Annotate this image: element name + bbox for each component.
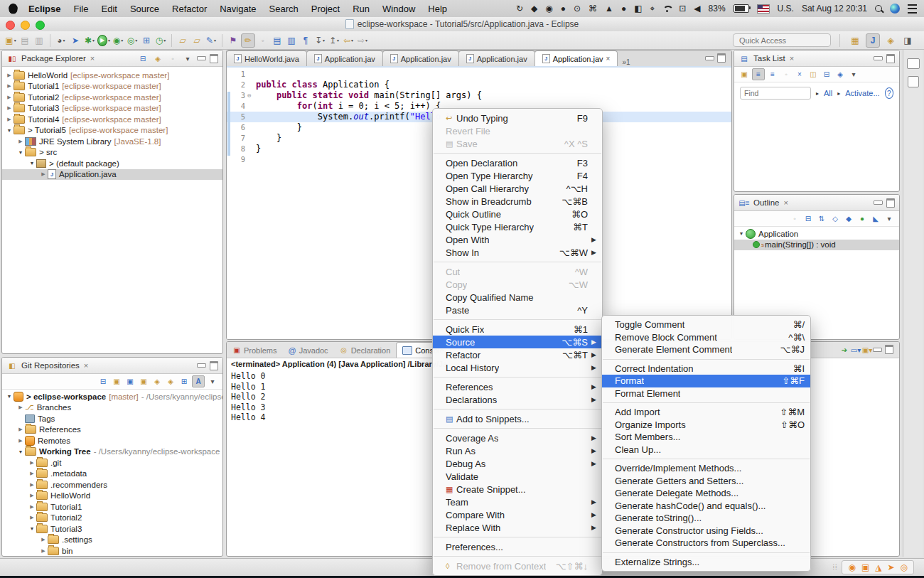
tab-overflow-indicator[interactable]: »1: [618, 58, 634, 66]
git-item-dot-git[interactable]: ▶.git: [2, 457, 222, 469]
menu-item-compare-with[interactable]: Compare With▶: [433, 508, 602, 521]
git-item-repo[interactable]: ▼> eclipse-workspace[master]- /Users/kya…: [2, 391, 222, 402]
command-status-icon[interactable]: ⌘: [589, 4, 597, 13]
close-view-icon[interactable]: ×: [90, 54, 95, 63]
menu-item-open-declaration[interactable]: Open DeclarationF3: [433, 156, 602, 169]
menu-item-refactor[interactable]: Refactor⌥⌘T▶: [433, 348, 602, 361]
menu-item-coverage-as[interactable]: Coverage As▶: [433, 432, 602, 444]
tree-item-src[interactable]: ▼> src: [2, 147, 222, 159]
maximize-view-button[interactable]: [886, 54, 895, 63]
rocket-icon[interactable]: ➤: [887, 562, 894, 572]
open-task-button[interactable]: ▱: [176, 34, 189, 47]
git-item-branches[interactable]: ▶⌥Branches: [2, 402, 222, 414]
focus-button[interactable]: ◦: [257, 34, 269, 47]
menu-item-references[interactable]: References▶: [433, 380, 602, 393]
external-tools-button[interactable]: ◷: [154, 34, 167, 47]
menu-item-validate[interactable]: Validate: [433, 470, 602, 483]
maximize-view-button[interactable]: [885, 345, 893, 354]
view-menu-button[interactable]: ▾: [207, 376, 218, 387]
view-menu-button[interactable]: ▾: [182, 53, 193, 64]
menu-item-sort-members[interactable]: Sort Members...: [602, 431, 810, 444]
coverage-button[interactable]: ◉: [112, 34, 124, 47]
menu-item-source[interactable]: Source⌥⌘S▶: [433, 336, 602, 348]
window-manager-icon[interactable]: ◧: [634, 4, 642, 13]
new-java-project-button[interactable]: ⊞: [140, 34, 153, 47]
open-javadoc-toolbar-button[interactable]: ▥: [285, 34, 298, 47]
git-item-tags[interactable]: Tags: [2, 413, 222, 424]
git-item-references[interactable]: ▶References: [2, 424, 222, 436]
bluetooth-icon[interactable]: ⌖: [650, 4, 655, 13]
minimize-view-button[interactable]: [874, 200, 883, 205]
outline-title[interactable]: Outline×: [753, 198, 788, 207]
view-menu-button[interactable]: ▾: [848, 69, 859, 80]
close-tab-icon[interactable]: ×: [606, 55, 611, 63]
capture-context-icon[interactable]: ◉: [848, 562, 855, 572]
menu-item-add-to-snippets[interactable]: ▤Add to Snippets...: [433, 412, 602, 425]
focus-on-active-task-button[interactable]: ◦: [167, 53, 178, 64]
git-perspective-button[interactable]: ◨: [901, 34, 914, 47]
new-wizard-button[interactable]: ▣: [4, 34, 17, 47]
mark-occurrences-button[interactable]: ✏: [241, 33, 255, 48]
menu-item-correct-indentation[interactable]: Correct Indentation⌘I: [602, 363, 810, 375]
outline-item-application[interactable]: ▼Application: [734, 228, 899, 240]
menu-item-quick-fix[interactable]: Quick Fix⌘1: [433, 323, 602, 336]
task-activate-link[interactable]: Activate...: [845, 89, 879, 97]
notification-center-icon[interactable]: [908, 4, 917, 14]
tree-item-tutorial3[interactable]: ▶Tutorial3[eclipse-workspace master]: [2, 103, 222, 114]
menu-item-team[interactable]: Team▶: [433, 496, 602, 508]
clone-repository-button[interactable]: ▣: [124, 376, 136, 387]
menu-item-replace-with[interactable]: Replace With▶: [433, 521, 602, 534]
java-status-icon[interactable]: ●: [561, 4, 566, 13]
fetch-button[interactable]: ◈: [151, 376, 163, 387]
tree-item-application-java[interactable]: ▶JApplication.java: [2, 169, 222, 181]
quick-access-input[interactable]: [733, 33, 831, 47]
categorized-view-button[interactable]: ≡: [752, 68, 765, 80]
help-icon[interactable]: ?: [885, 87, 893, 99]
minimize-view-button[interactable]: [873, 348, 882, 352]
hierarchical-layout-button[interactable]: ⊞: [178, 376, 190, 387]
editor-tab-application-3[interactable]: JApplication.jav: [458, 50, 535, 66]
toggle-branch-representation-button[interactable]: A: [192, 375, 205, 387]
editor-tab-application-active[interactable]: JApplication.jav×: [534, 50, 618, 66]
map-icon[interactable]: ▣: [861, 562, 869, 572]
minimize-window-button[interactable]: [21, 21, 30, 30]
run-button[interactable]: ▶: [97, 34, 110, 47]
menu-item-generate-constructors-from-superclass[interactable]: Generate Constructors from Superclass...: [602, 537, 810, 550]
tab-problems[interactable]: ▣Problems: [227, 343, 282, 358]
minimize-editor-button[interactable]: [705, 56, 714, 60]
hide-non-public-members-button[interactable]: ●: [856, 213, 868, 224]
menu-item-format-element[interactable]: Format Element: [602, 387, 810, 400]
next-annotation-button[interactable]: ↧: [313, 34, 326, 47]
menu-item-copy[interactable]: Copy⌥W: [433, 278, 602, 291]
restore-view-button[interactable]: [907, 58, 920, 69]
menu-item-open-with[interactable]: Open With▶: [433, 233, 602, 246]
menubar-file[interactable]: File: [68, 4, 95, 14]
menu-item-clean-up[interactable]: Clean Up...: [602, 444, 810, 456]
menubar-app-menu[interactable]: Eclipse: [22, 4, 68, 14]
open-perspective-button[interactable]: ▦: [849, 34, 861, 47]
add-repository-button[interactable]: ▣: [111, 376, 122, 387]
menu-item-remove-block-comment[interactable]: Remove Block Comment^⌘\: [602, 331, 810, 344]
zoom-window-button[interactable]: [36, 21, 45, 30]
menu-item-quick-type-hierarchy[interactable]: Quick Type Hierarchy⌘T: [433, 220, 602, 233]
tree-item-jre-library[interactable]: ▶JRE System Library[JavaSE-1.8]: [2, 136, 222, 147]
editor-tab-helloworld[interactable]: JHelloWorld.java: [226, 50, 307, 66]
input-language-label[interactable]: U.S.: [778, 4, 794, 13]
wifi-icon[interactable]: [662, 6, 671, 12]
apple-menu-icon[interactable]: [9, 4, 18, 14]
search-button[interactable]: ✎: [205, 34, 217, 47]
link-with-editor-button[interactable]: ◈: [152, 53, 163, 64]
menu-item-generate-delegate-methods[interactable]: Generate Delegate Methods...: [602, 487, 810, 500]
menu-item-generate-element-comment[interactable]: Generate Element Comment⌥⌘J: [602, 343, 810, 356]
git-item-tutorial1[interactable]: ▶Tutorial1: [2, 501, 222, 513]
tab-declaration[interactable]: ◎Declaration: [334, 343, 397, 358]
menu-item-override-implement-methods[interactable]: Override/Implement Methods...: [602, 462, 810, 475]
menubar-navigate[interactable]: Navigate: [213, 4, 262, 14]
save-button[interactable]: ▤: [18, 34, 31, 47]
show-whitespace-button[interactable]: ¶: [299, 34, 312, 47]
task-find-input[interactable]: [740, 87, 811, 100]
profile-button[interactable]: ◎: [126, 34, 139, 47]
close-window-button[interactable]: [6, 21, 15, 30]
menubar-project[interactable]: Project: [305, 4, 346, 14]
menubar-source[interactable]: Source: [124, 4, 166, 14]
